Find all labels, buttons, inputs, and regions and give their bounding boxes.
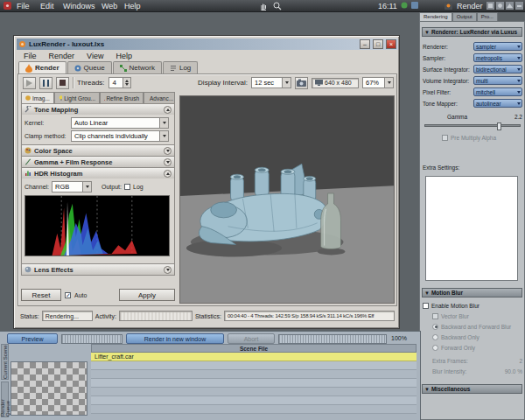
- volume-integrator-select[interactable]: multi: [473, 76, 522, 85]
- render-new-window-button[interactable]: Render in new window: [126, 333, 224, 344]
- preview-button[interactable]: Preview: [7, 333, 58, 344]
- maximize-button[interactable]: □: [373, 39, 383, 49]
- histogram-icon: [24, 170, 32, 177]
- pause-icon: [43, 80, 49, 87]
- win-menu-render[interactable]: Render: [43, 51, 81, 61]
- renderer-select[interactable]: sampler: [473, 42, 522, 51]
- kernel-label: Kernel:: [24, 120, 68, 126]
- render-room-icon[interactable]: [444, 2, 452, 10]
- menu-help[interactable]: Help: [121, 1, 144, 11]
- minimize-button[interactable]: –: [360, 39, 370, 49]
- win-menu-view[interactable]: View: [80, 51, 109, 61]
- color-space-header[interactable]: Color Space: [22, 144, 174, 156]
- abort-button[interactable]: Abort: [228, 333, 275, 344]
- expand-button[interactable]: [164, 158, 172, 166]
- gamma-slider[interactable]: [424, 124, 521, 127]
- hdr-histogram-header[interactable]: HDR Histogram: [22, 167, 174, 178]
- tab-imaging[interactable]: Imag...: [21, 92, 54, 103]
- window-titlebar[interactable]: LuxRender - luxout.lxs – □ ×: [17, 38, 398, 50]
- zoom-select[interactable]: 67%: [362, 77, 394, 88]
- tab-render-queue[interactable]: Render Queue: [1, 382, 9, 417]
- room-icon-4[interactable]: [515, 2, 523, 10]
- tab-rendering[interactable]: Rendering: [419, 12, 452, 21]
- expand-button[interactable]: [164, 266, 172, 274]
- tab-refine-brush[interactable]: Refine Brush: [100, 92, 144, 103]
- enable-motion-blur-checkbox[interactable]: [423, 303, 429, 309]
- tab-network[interactable]: Network: [113, 61, 162, 74]
- chevron-down-icon: [384, 78, 393, 88]
- menu-edit[interactable]: Edit: [37, 1, 58, 11]
- tab-log[interactable]: Log: [163, 61, 198, 74]
- apply-button[interactable]: Apply: [119, 289, 175, 301]
- kernel-select[interactable]: Auto Linear: [71, 117, 169, 129]
- room-label-render[interactable]: Render: [453, 1, 486, 11]
- reset-button[interactable]: Reset: [21, 289, 61, 301]
- auto-checkbox[interactable]: [65, 292, 71, 298]
- zoom-icon[interactable]: [273, 2, 282, 10]
- collapse-button[interactable]: [164, 106, 172, 114]
- renderer-section-header[interactable]: ▼ Renderer: LuxRender via Luxus: [422, 27, 522, 37]
- tone-mapping-header[interactable]: Tone Mapping: [22, 103, 174, 115]
- gamma-slider-handle[interactable]: [497, 122, 501, 130]
- play-button[interactable]: [23, 77, 36, 89]
- menu-file[interactable]: File: [13, 1, 33, 11]
- miscellaneous-section-header[interactable]: ▼ Miscellaneous: [422, 384, 522, 394]
- collapse-button[interactable]: [164, 170, 172, 178]
- extra-settings-textarea[interactable]: [425, 176, 518, 281]
- vector-blur-checkbox[interactable]: [432, 313, 438, 319]
- backward-only-radio[interactable]: [432, 334, 438, 340]
- gamma-film-header[interactable]: Gamma + Film Response: [22, 156, 174, 167]
- sampler-select[interactable]: metropolis: [473, 53, 522, 62]
- app-logo-icon[interactable]: [4, 2, 11, 10]
- motion-blur-section-header[interactable]: ▼ Motion Blur: [422, 288, 522, 298]
- output-label: Output:: [102, 184, 122, 190]
- pan-hand-icon[interactable]: [259, 2, 268, 10]
- stop-button[interactable]: [56, 77, 69, 89]
- threads-stepper[interactable]: 4: [108, 77, 131, 88]
- tray-icon-2[interactable]: [411, 2, 418, 9]
- snapshot-button[interactable]: [295, 77, 308, 89]
- tab-current-scene[interactable]: Current Scene: [1, 344, 9, 380]
- pre-multiply-checkbox[interactable]: [442, 135, 448, 141]
- pixel-filter-select[interactable]: mitchell: [473, 88, 522, 96]
- tab-render[interactable]: Render: [18, 61, 66, 74]
- menu-web[interactable]: Web: [98, 1, 121, 11]
- win-menu-help[interactable]: Help: [109, 51, 138, 61]
- room-icon-3[interactable]: [506, 2, 514, 10]
- pause-button[interactable]: [39, 77, 52, 89]
- room-icon-1[interactable]: [486, 2, 494, 10]
- clamp-method-select[interactable]: Clip channels individually: [71, 130, 169, 142]
- stepper-arrows[interactable]: [122, 78, 130, 88]
- queue-row-empty: [91, 370, 416, 379]
- queue-row-selected[interactable]: Lifter_craft.car: [91, 353, 416, 361]
- forward-only-radio[interactable]: [432, 345, 438, 351]
- tab-output[interactable]: Output: [452, 12, 477, 21]
- menu-windows[interactable]: Windows: [60, 1, 99, 11]
- tab-queue[interactable]: Queue: [67, 61, 112, 74]
- backward-forward-blur-radio[interactable]: [432, 324, 438, 330]
- tab-light-groups[interactable]: Light Grou...: [54, 92, 100, 103]
- display-interval-select[interactable]: 12 sec: [251, 77, 291, 88]
- lens-effects-header[interactable]: Lens Effects: [22, 263, 174, 275]
- tab-queue-label: Queue: [84, 64, 105, 72]
- expand-button[interactable]: [164, 147, 172, 155]
- log-checkbox[interactable]: [124, 184, 130, 190]
- tone-mapper-select[interactable]: autolinear: [473, 99, 522, 108]
- extra-settings-row: Extra Settings:: [423, 162, 522, 172]
- sampler-value: metropolis: [476, 55, 502, 61]
- tab-advanced[interactable]: Advanc...: [144, 92, 175, 103]
- gamma-film-title: Gamma + Film Response: [34, 158, 112, 166]
- window-menubar: File Render View Help: [18, 51, 138, 61]
- tray-icon-1[interactable]: [401, 2, 408, 9]
- volume-integrator-row: Volume Integrator: multi: [423, 75, 522, 86]
- tab-progress[interactable]: Pro...: [477, 12, 498, 21]
- tab-imaging-label: Imag...: [32, 95, 50, 102]
- display-interval-label: Display Interval:: [198, 79, 248, 87]
- close-button[interactable]: ×: [386, 39, 396, 49]
- surface-integrator-select[interactable]: bidirectional: [473, 65, 522, 74]
- room-icon-2[interactable]: [496, 2, 504, 10]
- render-viewport[interactable]: [179, 95, 395, 304]
- renderer-value: sampler: [476, 44, 496, 50]
- channel-select[interactable]: RGB: [52, 181, 92, 192]
- win-menu-file[interactable]: File: [18, 51, 43, 61]
